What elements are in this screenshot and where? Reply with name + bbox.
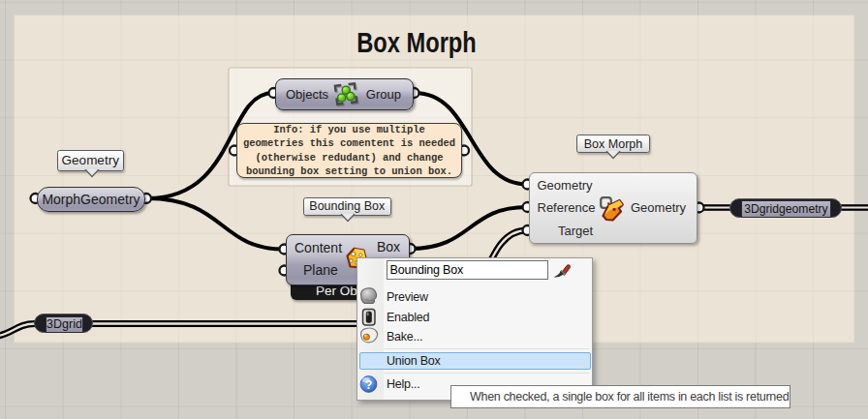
svg-text:?: ? <box>365 378 373 392</box>
